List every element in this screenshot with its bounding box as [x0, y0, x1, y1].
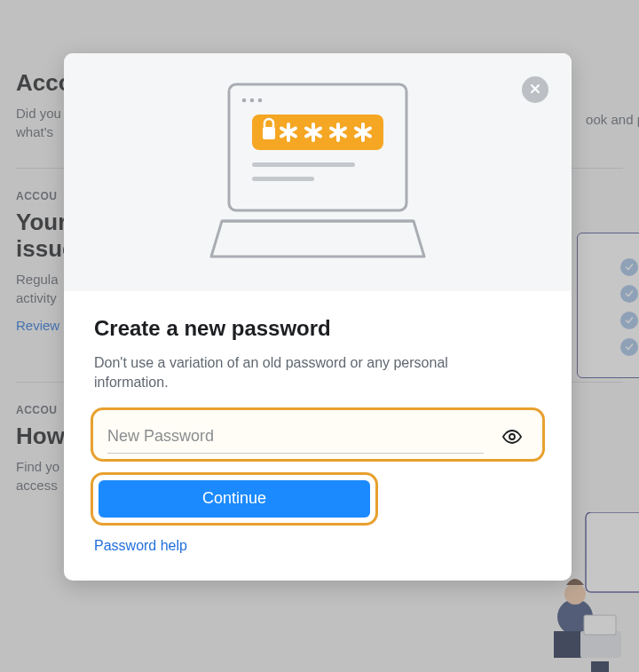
continue-button-highlight: Continue	[91, 472, 378, 526]
create-password-modal: Create a new password Don't use a variat…	[64, 53, 572, 581]
svg-point-15	[509, 434, 515, 439]
new-password-input[interactable]	[107, 427, 484, 446]
modal-title: Create a new password	[94, 316, 541, 341]
modal-description: Don't use a variation of an old password…	[94, 353, 458, 393]
laptop-password-icon	[204, 79, 431, 265]
close-button[interactable]	[522, 76, 548, 103]
svg-point-9	[258, 99, 263, 103]
svg-rect-11	[263, 127, 275, 139]
svg-point-8	[250, 99, 255, 103]
svg-point-7	[242, 99, 247, 103]
password-input-highlight	[91, 407, 545, 462]
svg-rect-13	[252, 177, 314, 181]
toggle-password-visibility-button[interactable]	[496, 421, 528, 455]
modal-illustration	[64, 53, 572, 291]
svg-rect-12	[252, 162, 355, 167]
eye-icon	[501, 437, 523, 450]
close-icon	[528, 82, 542, 99]
password-help-link[interactable]: Password help	[94, 538, 187, 553]
continue-button[interactable]: Continue	[99, 480, 370, 518]
